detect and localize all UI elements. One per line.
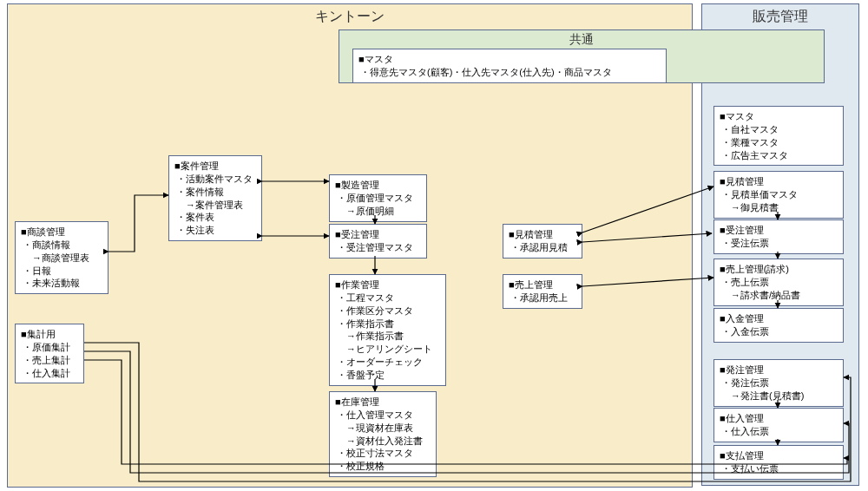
box-title: ■製造管理	[335, 179, 421, 192]
list-item: ・売上伝票	[721, 276, 838, 289]
list-item: ・支払い伝票	[721, 462, 838, 475]
list-item: →現資材在庫表	[337, 422, 431, 435]
box-items: ・受注伝票	[720, 237, 838, 250]
box-title: ■売上管理(請求)	[720, 263, 838, 276]
list-item: →商談管理表	[23, 252, 102, 265]
box-items: ・自社マスタ ・業種マスタ ・広告主マスタ	[720, 123, 838, 162]
list-item: →資材仕入発注書	[337, 435, 431, 448]
box-items: ・活動案件マスタ ・案件情報 →案件管理表 ・案件表 ・失注表	[174, 173, 256, 237]
list-item: →原価明細	[337, 205, 421, 218]
box-title: ■受注管理	[720, 224, 838, 237]
region-common-title: 共通	[569, 32, 594, 48]
box-sales-master: ■マスタ ・自社マスタ ・業種マスタ ・広告主マスタ	[713, 106, 844, 166]
box-items: ・受注管理マスタ	[335, 241, 421, 254]
box-title: ■見積管理	[509, 228, 576, 241]
box-items: ・承認用見積	[509, 241, 576, 254]
box-items: ・支払い伝票	[720, 462, 838, 475]
box-title: ■在庫管理	[335, 396, 431, 409]
list-item: ・広告主マスタ	[721, 149, 838, 162]
list-item: ・作業区分マスタ	[337, 304, 440, 318]
list-item: ・業種マスタ	[721, 136, 838, 149]
list-item: ・原価集計	[23, 341, 78, 354]
box-items: ・原価管理マスタ →原価明細	[335, 192, 421, 218]
box-sales-estimate: ■見積管理 ・見積単価マスタ →御見積書	[713, 171, 844, 219]
box-manufacture: ■製造管理 ・原価管理マスタ →原価明細	[329, 174, 427, 222]
box-title: ■入金管理	[720, 312, 838, 325]
list-item: →請求書/納品書	[721, 289, 838, 302]
list-item: ・受注管理マスタ	[337, 241, 421, 254]
box-items: ・仕入管理マスタ →現資材在庫表 →資材仕入発注書 ・校正寸法マスタ ・校正規格	[335, 409, 431, 473]
box-items: ・見積単価マスタ →御見積書	[720, 188, 838, 214]
box-items: ・工程マスタ ・作業区分マスタ ・作業指示書 →作業指示書 →ヒアリングシート …	[335, 291, 440, 382]
region-sales-title: 販売管理	[753, 8, 808, 26]
list-item: ・原価管理マスタ	[337, 192, 421, 205]
list-item: ・オーダーチェック	[337, 356, 440, 369]
list-item: ・入金伝票	[721, 325, 838, 338]
list-item: ・失注表	[176, 224, 256, 237]
list-item: →御見積書	[721, 201, 838, 214]
list-item: ・案件表	[176, 211, 256, 224]
list-item: ・発注伝票	[721, 376, 838, 390]
box-work: ■作業管理 ・工程マスタ ・作業区分マスタ ・作業指示書 →作業指示書 →ヒアリ…	[329, 274, 446, 386]
list-item: ・仕入伝票	[721, 425, 838, 438]
list-item: ・見積単価マスタ	[721, 188, 838, 201]
list-item: ・得意先マスタ(顧客)・仕入先マスタ(仕入先)・商品マスタ	[360, 66, 661, 79]
box-items: ・承認用売上	[509, 291, 576, 304]
region-kintone-title: キントーン	[315, 8, 385, 26]
box-items: ・入金伝票	[720, 325, 838, 338]
list-item: ・校正規格	[337, 460, 431, 473]
box-sales-approval: ■売上管理 ・承認用売上	[503, 274, 582, 309]
list-item: ・自社マスタ	[721, 123, 838, 136]
box-sales-purchase-order: ■発注管理 ・発注伝票 →発注書(見積書)	[713, 359, 844, 407]
list-item: ・校正寸法マスタ	[337, 447, 431, 460]
box-title: ■商談管理	[21, 226, 102, 239]
box-project: ■案件管理 ・活動案件マスタ ・案件情報 →案件管理表 ・案件表 ・失注表	[168, 155, 262, 241]
box-items: ・発注伝票 →発注書(見積書)	[720, 376, 838, 403]
list-item: ・香盤予定	[337, 369, 440, 382]
list-item: →作業指示書	[337, 330, 440, 343]
box-stock: ■在庫管理 ・仕入管理マスタ →現資材在庫表 →資材仕入発注書 ・校正寸法マスタ…	[329, 391, 437, 477]
list-item: →発注書(見積書)	[721, 390, 838, 403]
box-sales-deposit: ■入金管理 ・入金伝票	[713, 308, 844, 343]
list-item: ・仕入管理マスタ	[337, 409, 431, 422]
list-item: ・承認用見積	[510, 241, 576, 254]
list-item: ・日報	[23, 265, 102, 278]
box-title: ■案件管理	[174, 160, 256, 173]
box-title: ■マスタ	[358, 53, 661, 66]
box-aggregation: ■集計用 ・原価集計 ・売上集計 ・仕入集計	[15, 324, 84, 383]
box-title: ■売上管理	[509, 278, 576, 291]
box-common-master: ■マスタ ・得意先マスタ(顧客)・仕入先マスタ(仕入先)・商品マスタ	[352, 49, 667, 83]
box-sales-order-recv: ■受注管理 ・受注伝票	[713, 219, 844, 254]
box-title: ■マスタ	[720, 110, 838, 123]
list-item: →案件管理表	[176, 199, 256, 212]
list-item: ・売上集計	[23, 354, 78, 367]
box-items: ・売上伝票 →請求書/納品書	[720, 276, 838, 302]
box-negotiation: ■商談管理 ・商談情報 →商談管理表 ・日報 ・未来活動報	[15, 221, 108, 294]
list-item: ・工程マスタ	[337, 291, 440, 304]
list-item: ・受注伝票	[721, 237, 838, 250]
box-items: ・仕入伝票	[720, 425, 838, 438]
list-item: ・仕入集計	[23, 367, 78, 380]
list-item: ・活動案件マスタ	[176, 173, 256, 186]
list-item: ・案件情報	[176, 186, 256, 199]
list-item: ・商談情報	[23, 239, 102, 252]
box-sales-sales: ■売上管理(請求) ・売上伝票 →請求書/納品書	[713, 259, 844, 306]
box-sales-purchase: ■仕入管理 ・仕入伝票	[713, 408, 844, 442]
box-title: ■仕入管理	[720, 412, 838, 425]
list-item: ・作業指示書	[337, 318, 440, 331]
box-order-recv: ■受注管理 ・受注管理マスタ	[329, 224, 427, 259]
box-sales-payment: ■支払管理 ・支払い伝票	[713, 445, 844, 480]
box-estimate-approval: ■見積管理 ・承認用見積	[503, 224, 582, 259]
box-title: ■受注管理	[335, 228, 421, 241]
list-item: ・未来活動報	[23, 277, 102, 290]
box-title: ■見積管理	[720, 175, 838, 188]
list-item: →ヒアリングシート	[337, 343, 440, 356]
box-items: ・得意先マスタ(顧客)・仕入先マスタ(仕入先)・商品マスタ	[358, 66, 661, 79]
box-title: ■発注管理	[720, 363, 838, 376]
box-items: ・商談情報 →商談管理表 ・日報 ・未来活動報	[21, 239, 102, 290]
box-title: ■作業管理	[335, 278, 440, 291]
box-items: ・原価集計 ・売上集計 ・仕入集計	[21, 341, 78, 380]
box-title: ■集計用	[21, 328, 78, 341]
box-title: ■支払管理	[720, 449, 838, 462]
list-item: ・承認用売上	[510, 291, 576, 304]
